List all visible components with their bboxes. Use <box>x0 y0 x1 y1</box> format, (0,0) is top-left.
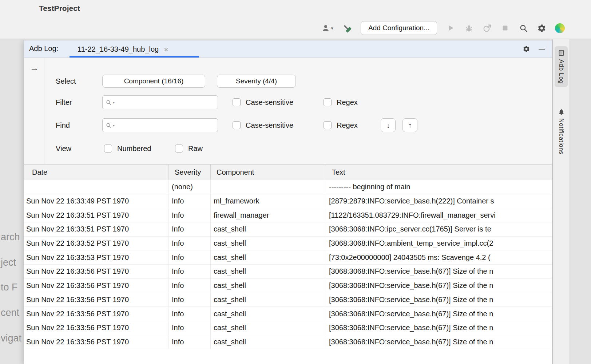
cell-severity: Info <box>169 321 211 335</box>
numbered-checkbox[interactable] <box>104 145 112 153</box>
profile-button[interactable] <box>482 23 492 33</box>
cell-text: [73:0x2e00000000] 24043505 ms: Scavenge … <box>326 250 552 265</box>
panel-title: Adb Log: <box>29 44 58 53</box>
run-icon <box>446 24 455 32</box>
filter-case-sensitive-checkbox[interactable] <box>233 98 241 106</box>
cell-date: Sun Nov 22 16:33:56 PST 1970 <box>24 335 169 349</box>
find-regex-option: Regex <box>324 118 358 132</box>
debug-bug-icon <box>464 24 473 33</box>
cell-component: cast_shell <box>211 237 326 251</box>
find-input[interactable] <box>116 119 215 132</box>
severity-filter-button[interactable]: Severity (4/4) <box>217 75 296 88</box>
tool-window-button-adb-log[interactable]: Adb Log <box>555 46 568 87</box>
collapse-arrow-icon[interactable]: → <box>30 63 39 73</box>
close-icon[interactable]: × <box>164 46 168 53</box>
ide-settings-button[interactable] <box>537 23 546 33</box>
panel-settings-button[interactable] <box>523 45 530 54</box>
checkbox-label: Regex <box>337 98 358 107</box>
cell-date: Sun Nov 22 16:33:56 PST 1970 <box>24 321 169 335</box>
cell-text: [2879:2879:INFO:service_base.h(222)] Con… <box>326 194 552 209</box>
table-row[interactable]: Sun Nov 22 16:33:56 PST 1970Infocast_she… <box>24 279 552 293</box>
stop-button[interactable] <box>500 23 510 33</box>
filter-input[interactable] <box>116 96 215 109</box>
table-row[interactable]: (none)--------- beginning of main <box>24 180 552 194</box>
cell-severity: Info <box>169 335 211 349</box>
filter-label: Filter <box>56 95 72 109</box>
find-next-button[interactable]: ↓ <box>381 118 396 132</box>
table-row[interactable]: Sun Nov 22 16:33:56 PST 1970Infocast_she… <box>24 293 552 307</box>
table-row[interactable]: Sun Nov 22 16:33:56 PST 1970Infocast_she… <box>24 307 552 321</box>
cell-severity: Info <box>169 250 211 265</box>
debug-button[interactable] <box>464 23 473 33</box>
find-case-sensitive-checkbox[interactable] <box>233 121 241 129</box>
search-everywhere-button[interactable] <box>519 23 528 33</box>
table-row[interactable]: Sun Nov 22 16:33:52 PST 1970Infocast_she… <box>24 237 552 251</box>
window-titlebar: TestProject ▾ Add Configuration... <box>0 0 591 39</box>
view-label: View <box>56 142 71 155</box>
filter-regex-option: Regex <box>324 95 358 109</box>
cell-text: [3068:3068:INFO:ambient_temp_service_imp… <box>326 237 552 251</box>
table-row[interactable]: Sun Nov 22 16:33:53 PST 1970Infocast_she… <box>24 250 552 265</box>
main-toolbar: ▾ Add Configuration... <box>321 21 565 35</box>
tool-window-button-notifications[interactable]: Notifications <box>555 105 568 158</box>
table-row[interactable]: Sun Nov 22 16:33:51 PST 1970Infocast_she… <box>24 222 552 237</box>
adb-log-panel: Adb Log: 11-22_16-33-49_hub_log × → Sele… <box>24 40 552 364</box>
column-header-component[interactable]: Component <box>211 165 326 180</box>
panel-header: Adb Log: 11-22_16-33-49_hub_log × <box>24 40 552 58</box>
column-header-severity[interactable]: Severity <box>169 165 211 180</box>
cell-date <box>24 180 169 194</box>
log-table: DateSeverityComponentText (none)--------… <box>24 164 552 364</box>
find-previous-button[interactable]: ↑ <box>402 118 417 132</box>
checkbox-label: Raw <box>188 145 203 153</box>
cell-component: cast_shell <box>211 321 326 335</box>
table-row[interactable]: Sun Nov 22 16:33:49 PST 1970Infoml_frame… <box>24 194 552 209</box>
arrow-up-icon: ↑ <box>408 121 412 130</box>
table-row[interactable]: Sun Nov 22 16:33:56 PST 1970Infocast_she… <box>24 321 552 335</box>
cell-component: cast_shell <box>211 293 326 307</box>
cell-component: cast_shell <box>211 279 326 293</box>
cell-text: [3068:3068:INFO:service_base.h(67)] Size… <box>326 293 552 307</box>
log-table-header: DateSeverityComponentText <box>24 164 552 180</box>
add-configuration-button[interactable]: Add Configuration... <box>361 21 437 35</box>
cell-text: [3068:3068:INFO:service_base.h(67)] Size… <box>326 321 552 335</box>
person-icon <box>321 24 330 32</box>
gear-icon <box>523 45 530 53</box>
log-filter-form: → Select Component (16/16) Severity (4/4… <box>24 58 552 164</box>
log-document-icon <box>558 50 565 56</box>
table-row[interactable]: Sun Nov 22 16:33:56 PST 1970Infocast_she… <box>24 335 552 349</box>
assistant-button[interactable] <box>555 23 565 33</box>
gutter-divider <box>44 58 44 164</box>
cell-date: Sun Nov 22 16:33:52 PST 1970 <box>24 237 169 251</box>
user-profile-button[interactable]: ▾ <box>321 23 334 33</box>
cell-severity: Info <box>169 208 211 222</box>
cell-severity: Info <box>169 307 211 321</box>
cell-component: firewall_manager <box>211 208 326 222</box>
cell-date: Sun Nov 22 16:33:56 PST 1970 <box>24 265 169 279</box>
build-button[interactable] <box>342 23 352 33</box>
table-row[interactable]: Sun Nov 22 16:33:56 PST 1970Infocast_she… <box>24 265 552 279</box>
run-button[interactable] <box>446 23 455 33</box>
raw-checkbox[interactable] <box>175 145 183 153</box>
cell-component <box>211 180 326 194</box>
find-regex-checkbox[interactable] <box>324 121 332 129</box>
active-tab-underline <box>70 56 199 58</box>
background-text-fragment: ject <box>1 257 16 268</box>
filter-regex-checkbox[interactable] <box>324 98 332 106</box>
log-tab[interactable]: 11-22_16-33-49_hub_log × <box>70 40 177 58</box>
table-row[interactable]: Sun Nov 22 16:33:51 PST 1970Infofirewall… <box>24 208 552 222</box>
cell-severity: (none) <box>169 180 211 194</box>
cell-text: [3068:3068:INFO:ipc_server.cc(1765)] Ser… <box>326 222 552 237</box>
window-title: TestProject <box>39 4 80 13</box>
column-header-text[interactable]: Text <box>326 165 552 180</box>
checkbox-label: Numbered <box>117 145 151 153</box>
cell-component: cast_shell <box>211 307 326 321</box>
chevron-down-icon: ▾ <box>113 123 115 127</box>
chevron-down-icon: ▾ <box>331 25 334 31</box>
cell-severity: Info <box>169 279 211 293</box>
column-header-date[interactable]: Date <box>24 165 169 180</box>
component-filter-button[interactable]: Component (16/16) <box>102 75 205 88</box>
hide-panel-button[interactable] <box>539 49 545 50</box>
view-raw-option: Raw <box>175 142 203 155</box>
tool-window-stripe: Adb Log Notifications <box>552 39 569 364</box>
tool-window-label: Notifications <box>558 118 565 154</box>
